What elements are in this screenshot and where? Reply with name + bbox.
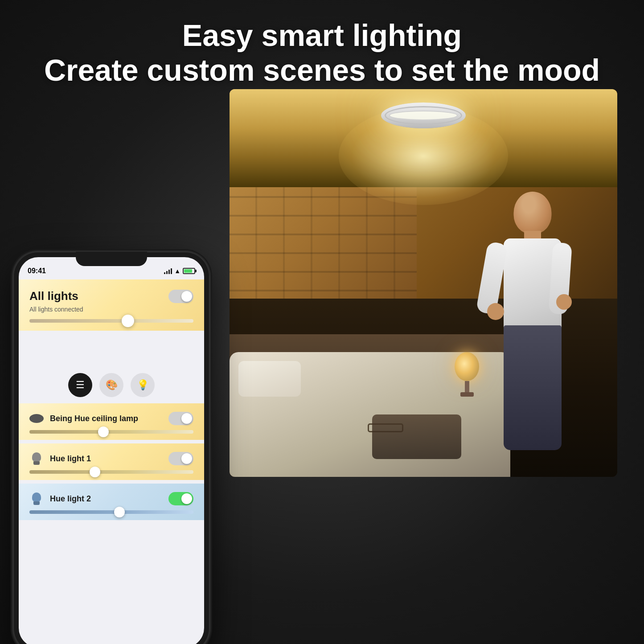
tab-list[interactable]: ☰ <box>68 373 92 397</box>
battery-indicator <box>183 268 195 274</box>
ceiling-lamp-icon <box>29 411 44 426</box>
person <box>484 192 582 450</box>
light-item-left: Hue light 1 <box>29 451 91 466</box>
tab-color[interactable]: 💡 <box>131 373 155 397</box>
pillow <box>238 361 301 397</box>
phone-screen: 09:41 ▲ All lights <box>19 257 204 644</box>
status-icons: ▲ <box>164 267 195 275</box>
phone-wrapper: 09:41 ▲ All lights <box>13 252 209 644</box>
all-lights-section: All lights All lights connected <box>19 279 204 331</box>
bulb1-icon <box>29 451 44 466</box>
ceiling-area <box>230 89 617 187</box>
all-lights-toggle[interactable] <box>168 290 193 303</box>
signal-icon <box>164 268 172 274</box>
scenes-icon: 🎨 <box>106 379 118 391</box>
light-item-header: Being Hue ceiling lamp <box>29 411 193 426</box>
all-lights-header: All lights <box>29 289 193 303</box>
phone-frame: 09:41 ▲ All lights <box>13 252 209 644</box>
light-item-left: Hue light 2 <box>29 492 91 506</box>
light-item-name: Being Hue ceiling lamp <box>50 414 138 423</box>
light-list: Being Hue ceiling lamp <box>19 400 204 644</box>
battery-fill <box>184 269 192 273</box>
lamp-shade <box>455 352 479 381</box>
room-photo <box>230 89 617 477</box>
bag <box>372 414 461 459</box>
list-item: Hue light 1 <box>19 443 204 480</box>
all-lights-subtitle: All lights connected <box>29 306 193 313</box>
phone-notch <box>76 252 147 266</box>
hue-light-1-toggle[interactable] <box>168 452 193 465</box>
page-title: Easy smart lighting Create custom scenes… <box>0 0 644 101</box>
light-item-left: Being Hue ceiling lamp <box>29 411 138 426</box>
list-icon: ☰ <box>76 379 85 391</box>
tab-bar: ☰ 🎨 💡 <box>19 368 204 402</box>
all-lights-title: All lights <box>29 289 78 303</box>
light-item-name: Hue light 1 <box>50 454 91 464</box>
ceiling-lamp-toggle[interactable] <box>168 412 193 425</box>
light-item-name: Hue light 2 <box>50 494 91 504</box>
list-item: Hue light 2 <box>19 484 204 520</box>
status-time: 09:41 <box>28 267 46 275</box>
person-pants <box>504 325 562 450</box>
table-lamp <box>455 352 479 397</box>
person-head <box>514 192 552 234</box>
ceiling-light-fixture <box>381 103 466 128</box>
hue-light-2-toggle[interactable] <box>168 492 193 505</box>
tab-scenes[interactable]: 🎨 <box>99 373 123 397</box>
bulb2-icon <box>29 492 44 506</box>
color-icon: 💡 <box>137 379 149 391</box>
headline-line2: Create custom scenes to set the mood <box>9 53 635 87</box>
all-lights-brightness[interactable] <box>29 319 193 323</box>
lamp-stem <box>465 381 469 392</box>
hue-light-2-slider[interactable] <box>29 510 193 514</box>
light-item-header: Hue light 2 <box>29 492 193 506</box>
headline-line1: Easy smart lighting <box>9 18 635 53</box>
wifi-icon: ▲ <box>174 267 180 275</box>
hue-light-1-slider[interactable] <box>29 470 193 474</box>
list-item: Being Hue ceiling lamp <box>19 403 204 440</box>
power-button[interactable] <box>209 341 212 359</box>
lamp-base-bottom <box>460 392 474 397</box>
ceiling-lamp-slider[interactable] <box>29 430 193 434</box>
light-item-header: Hue light 1 <box>29 451 193 466</box>
